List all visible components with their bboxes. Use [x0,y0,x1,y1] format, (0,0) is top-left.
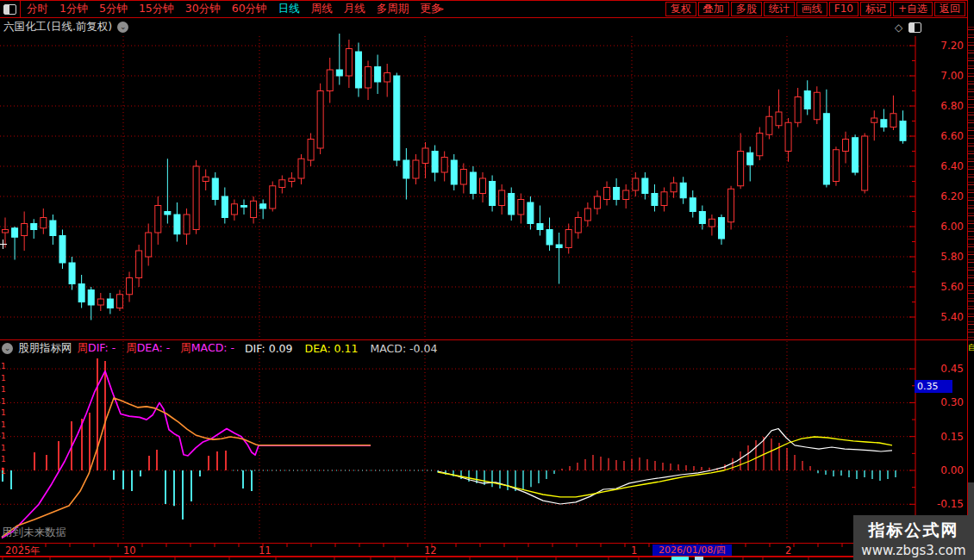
candle-body [747,152,753,165]
page-title: 六国化工(日线.前复权) [3,20,112,34]
candle-body [890,114,896,128]
menu-item-5[interactable]: 30分钟 [185,2,221,16]
title-bar: 六国化工(日线.前复权) ⌄ [3,21,128,33]
toolbar-button-3[interactable]: 多股 [731,2,762,16]
candle-body [785,122,791,151]
date-axis-label: 10 [123,544,136,557]
right-strip-digit: 1 [1,454,6,466]
candle-body [432,152,438,173]
price-axis-label: 7.20 [919,40,964,52]
menu-item-8[interactable]: 周线 [311,2,333,16]
candle-body [3,230,9,233]
candle-body [642,178,648,194]
candle-body [184,215,190,234]
title-right-icons: ◇ [895,22,921,34]
title-chevron-down-icon[interactable]: ⌄ [117,22,128,33]
price-axis-label: 6.40 [919,160,964,172]
price-axis-label: 5.40 [919,311,964,323]
watermark-site-name: 指标公式网 [853,520,974,542]
price-axis-label: 5.60 [919,281,964,293]
dif-value: DIF: 0.09 [245,342,293,355]
candle-body [776,112,782,126]
panel-layout-icon-2[interactable] [908,22,921,33]
toolbar-button-5[interactable]: 画线 [796,2,827,16]
top-toolbar: 复权叠加多股统计画线F10标记+自选返回 [665,1,965,17]
right-strip-digit: 1 [1,361,6,373]
right-edge-cropped-toolbar: 自 [968,0,974,560]
right-strip-digit: 1 [1,408,6,420]
menu-item-6[interactable]: 60分钟 [232,2,267,16]
candle-body [661,192,667,206]
candle-body [862,136,868,190]
candle-body [871,118,877,122]
candle-body [298,159,304,178]
right-strip-glyph-pattern [968,24,974,340]
menu-item-10[interactable]: 多周期 [377,2,409,16]
menu-item-7[interactable]: 日线 [278,2,300,16]
toolbar-button-9[interactable]: 返回 [934,2,965,16]
candle-body [327,70,333,91]
candle-body [88,290,94,306]
candle-body [279,180,285,188]
candle-body [680,183,686,198]
candle-body [738,152,744,186]
toolbar-button-1[interactable]: 复权 [665,2,696,16]
menu-item-4[interactable]: 15分钟 [139,2,174,16]
right-strip-digit: 1 [1,443,6,455]
toolbar-button-2[interactable]: 叠加 [698,2,729,16]
candle-body [833,150,839,182]
candle-body [116,295,122,308]
candle-body [470,172,476,194]
candle-body [441,158,447,173]
right-strip-digit: 1 [1,373,6,385]
candle-body [222,196,228,218]
watermark-url: www.zbgs3.com [853,543,974,558]
future-data-note: 用到未来数据 [2,526,66,540]
candle-body [212,178,218,200]
toolbar-button-7[interactable]: 标记 [860,2,891,16]
candle-body [699,212,705,224]
candle-body [633,178,639,190]
candle-body [460,170,466,185]
menu-item-3[interactable]: 5分钟 [99,2,128,16]
date-axis-label: 12 [424,544,437,557]
candle-body [614,188,620,200]
indicator-chevron-icon[interactable]: ⌄ [2,343,13,354]
candle-body [365,67,371,89]
toolbar-button-8[interactable]: +自选 [893,2,933,16]
more-arrow-icon[interactable]: > [436,3,444,15]
candle-body [384,73,390,83]
candle-body [422,148,428,164]
candle-body [719,218,725,240]
date-highlight-badge: 2026/01/08/四 [652,544,732,557]
chart-canvas[interactable] [0,0,974,560]
menu-item-9[interactable]: 月线 [344,2,365,16]
candle-body [709,219,715,227]
candle-body [413,160,419,178]
candle-body [231,204,237,215]
period-menu: 分时1分钟5分钟15分钟30分钟60分钟日线周线月线多周期更多 [21,2,441,16]
candle-body [604,188,610,200]
candle-body [584,208,590,221]
diamond-icon[interactable]: ◇ [895,22,902,34]
menu-item-2[interactable]: 1分钟 [59,2,88,16]
candle-body [403,160,409,178]
right-strip-digit: 1 [1,420,6,432]
date-axis-label: 1 [631,544,637,557]
candle-body [193,166,199,230]
daily-dif-line [438,429,892,505]
layout-toggle-cell[interactable] [0,1,21,17]
menu-item-1[interactable]: 分时 [27,2,48,16]
candle-body [518,200,524,215]
candle-body [270,186,276,208]
candle-body [41,218,47,228]
candle-body [50,221,56,236]
candle-body [155,206,161,233]
toolbar-button-4[interactable]: 统计 [764,2,795,16]
candle-body [346,49,352,77]
indicator-site-label: 股朋指标网 [18,341,72,356]
toolbar-button-6[interactable]: F10 [829,2,858,16]
price-axis-label: 5.80 [919,251,964,263]
weekly-dif-line [2,371,371,538]
candle-body [537,224,543,230]
